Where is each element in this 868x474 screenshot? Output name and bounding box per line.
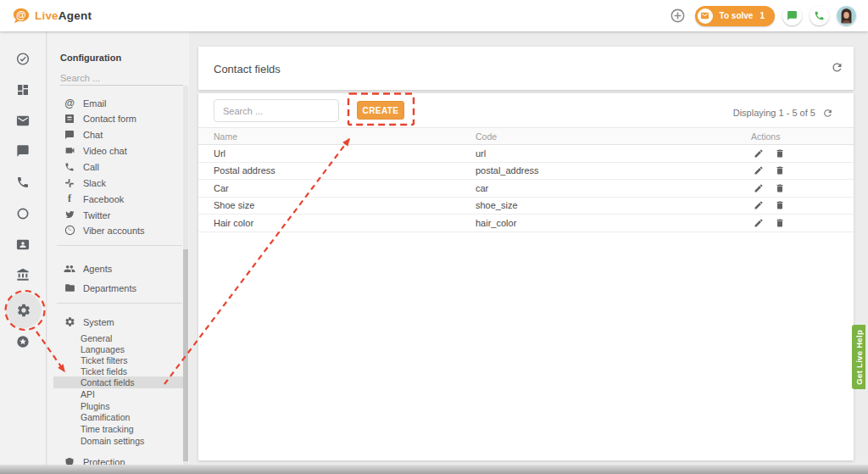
sidebar-item-departments[interactable]: Departments	[47, 280, 183, 296]
sidebar-item-facebook[interactable]: f Facebook	[47, 191, 183, 207]
liveagent-logo[interactable]: @ LiveAgent	[11, 7, 92, 25]
to-solve-button[interactable]: To solve 1	[695, 6, 775, 26]
chat-icon	[64, 130, 75, 140]
sidebar-item-protection[interactable]: Protection	[47, 454, 183, 465]
delete-trash-icon[interactable]	[775, 218, 785, 228]
system-gear-icon	[64, 316, 75, 327]
video-chat-icon	[64, 145, 75, 156]
ring-icon[interactable]	[16, 207, 30, 220]
protection-icon	[64, 457, 75, 466]
column-header-actions: Actions	[751, 131, 780, 142]
sidebar-item-system[interactable]: System	[47, 314, 183, 330]
delete-trash-icon[interactable]	[775, 183, 785, 193]
sidebar-subitem-domain-settings[interactable]: Domain settings	[81, 435, 182, 447]
sidebar-item-call[interactable]: Call	[47, 159, 183, 175]
liveagent-bubble-icon: @	[11, 7, 31, 25]
edit-pencil-icon[interactable]	[754, 218, 764, 228]
sidebar-search-input[interactable]	[60, 70, 183, 86]
chat-green-icon	[787, 10, 798, 21]
sidebar-subitem-ticket-fields[interactable]: Ticket fields	[81, 365, 182, 377]
settings-rail-button[interactable]	[6, 293, 42, 328]
edit-pencil-icon[interactable]	[754, 183, 764, 193]
slack-icon	[64, 178, 75, 188]
sidebar-item-contact-form[interactable]: Contact form	[47, 110, 183, 126]
create-button[interactable]: CREATE	[357, 101, 404, 120]
sidebar-item-agents[interactable]: Agents	[47, 260, 183, 276]
refresh-icon[interactable]	[831, 61, 843, 74]
sidebar-divider	[57, 245, 182, 246]
gear-icon	[16, 303, 31, 318]
column-header-name: Name	[214, 131, 237, 142]
delete-trash-icon[interactable]	[775, 200, 785, 210]
icon-rail	[0, 31, 47, 465]
svg-text:@: @	[16, 8, 26, 20]
page-title: Contact fields	[214, 63, 281, 75]
dashboard-icon[interactable]	[16, 83, 30, 97]
contact-fields-header-card: Contact fields	[198, 47, 854, 90]
table-row: Postal address postal_address	[198, 163, 854, 181]
liveagent-wordmark: LiveAgent	[35, 9, 92, 22]
agents-icon	[64, 263, 75, 275]
table-row: Hair color hair_color	[198, 215, 854, 232]
plus-circle-icon	[670, 8, 686, 24]
table-header-row: Name Code Actions	[198, 127, 854, 145]
sidebar-subitem-ticket-filters[interactable]: Ticket filters	[81, 354, 182, 366]
top-bar: @ LiveAgent To solve 1	[0, 0, 868, 31]
bank-icon[interactable]	[16, 268, 30, 282]
edit-pencil-icon[interactable]	[754, 165, 764, 176]
sidebar-divider	[57, 303, 182, 304]
star-circle-icon[interactable]	[16, 335, 30, 349]
sidebar-subitem-time-tracking[interactable]: Time tracking	[81, 423, 182, 435]
sidebar-scrollbar-thumb[interactable]	[183, 249, 188, 461]
sidebar-item-chat[interactable]: Chat	[47, 126, 183, 142]
to-solve-count: 1	[760, 11, 765, 20]
table-row: Url url	[198, 145, 854, 163]
user-avatar[interactable]	[837, 6, 856, 25]
contact-card-icon[interactable]	[16, 237, 31, 252]
departments-icon	[64, 282, 75, 293]
edit-pencil-icon[interactable]	[754, 200, 764, 210]
add-new-button[interactable]	[668, 6, 687, 25]
table-search-input[interactable]	[214, 99, 339, 122]
sidebar-item-video-chat[interactable]: Video chat	[47, 142, 183, 159]
edit-pencil-icon[interactable]	[754, 148, 764, 159]
sidebar-item-email[interactable]: @ Email	[47, 95, 183, 111]
chat-bubble-icon[interactable]	[16, 144, 30, 158]
table-row: Car car	[198, 180, 854, 198]
sidebar-subitem-api[interactable]: API	[81, 388, 182, 400]
at-icon: @	[64, 98, 75, 109]
viber-icon	[64, 225, 75, 236]
sidebar-title: Configuration	[60, 53, 121, 63]
delete-trash-icon[interactable]	[775, 148, 785, 159]
table-row: Shoe size shoe_size	[198, 198, 854, 215]
twitter-icon	[64, 209, 75, 220]
window-bottom-edge	[0, 465, 868, 474]
call-icon	[64, 162, 75, 172]
sidebar-item-viber[interactable]: Viber accounts	[47, 222, 183, 238]
mail-icon[interactable]	[16, 114, 31, 128]
sidebar-subitem-plugins[interactable]: Plugins	[81, 400, 182, 412]
configuration-sidebar: Configuration @ Email Contact form Chat …	[47, 31, 189, 465]
envelope-icon	[698, 8, 713, 24]
sidebar-subitem-languages[interactable]: Languages	[81, 343, 182, 355]
contact-form-icon	[64, 114, 75, 124]
facebook-icon: f	[64, 192, 75, 205]
calls-button[interactable]	[810, 6, 829, 25]
phone-icon[interactable]	[16, 176, 30, 189]
contact-fields-table: Name Code Actions Url url Postal address…	[198, 127, 854, 232]
sidebar-subitem-contact-fields-active[interactable]: Contact fields	[53, 376, 183, 388]
table-refresh-icon[interactable]	[822, 108, 833, 119]
sidebar-subitem-general[interactable]: General	[81, 332, 182, 344]
to-solve-label: To solve	[720, 11, 754, 20]
column-header-code: Code	[476, 131, 497, 142]
contact-fields-content-card: CREATE Displaying 1 - 5 of 5 Name Code A…	[198, 93, 854, 460]
displaying-count-text: Displaying 1 - 5 of 5	[733, 108, 815, 118]
sidebar-item-twitter[interactable]: Twitter	[47, 207, 183, 223]
delete-trash-icon[interactable]	[775, 165, 785, 176]
chats-button[interactable]	[782, 6, 802, 25]
phone-green-icon	[814, 10, 825, 21]
check-circle-icon[interactable]	[16, 52, 31, 66]
sidebar-subitem-gamification[interactable]: Gamification	[81, 411, 182, 423]
get-live-help-tab[interactable]: Get Live Help	[852, 325, 865, 389]
sidebar-item-slack[interactable]: Slack	[47, 175, 183, 191]
